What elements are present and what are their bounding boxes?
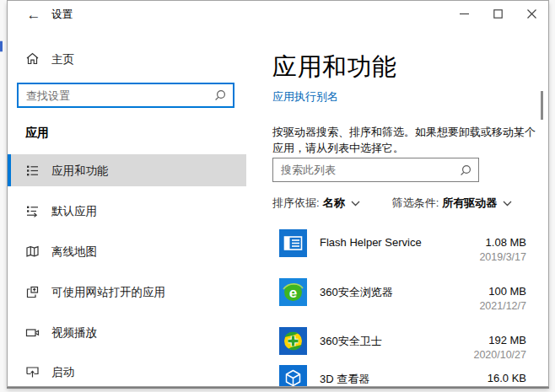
chevron-down-icon [351,201,360,207]
video-playback-icon [25,325,40,340]
page-title: 应用和功能 [272,51,397,84]
svg-text:e: e [289,285,297,301]
maximize-button[interactable] [481,1,515,26]
app-row-flash-helper-service[interactable]: Flash Helper Service 1.08 MB 2019/3/17 [272,219,526,268]
settings-search-box [17,83,234,108]
sidebar-item-offline-maps[interactable]: 离线地图 [8,235,246,267]
window-title: 设置 [51,8,73,22]
close-button[interactable] [515,1,548,26]
offline-maps-icon [25,244,40,259]
app-name: 360安全卫士 [320,334,382,349]
search-icon [214,89,226,101]
app-install-date: 2021/12/7 [479,300,526,312]
sidebar-item-apps-features[interactable]: 应用和功能 [8,154,246,186]
filter-by-dropdown[interactable]: 筛选条件: 所有驱动器 [392,196,513,211]
app-execution-aliases-link[interactable]: 应用执行别名 [272,89,338,105]
app-list-search-box [272,158,479,182]
360-browser-icon: e [279,278,307,306]
sidebar-item-label: 视频播放 [51,325,97,341]
filter-by-value: 所有驱动器 [442,196,497,211]
360-safeguard-icon [279,327,307,355]
startup-icon [25,365,40,379]
app-size: 192 MB [488,334,526,346]
filter-by-label: 筛选条件: [392,196,439,211]
app-name: 3D 查看器 [320,372,369,387]
settings-search-input[interactable] [19,84,233,106]
sidebar-item-apps-for-websites[interactable]: 可使用网站打开的应用 [8,276,246,308]
app-row-360-browser[interactable]: e 360安全浏览器 100 MB 2021/12/7 [272,268,526,317]
app-name: 360安全浏览器 [320,285,393,300]
app-size: 16.0 KB [488,372,526,384]
sidebar: 主页 应用 应用和功能 [8,35,246,386]
close-icon [527,9,536,19]
maximize-icon [493,9,503,19]
apps-for-websites-icon [25,285,40,299]
sort-filter-row: 排序依据: 名称 筛选条件: 所有驱动器 [272,196,512,211]
sidebar-section-header: 应用 [25,126,49,141]
sidebar-item-video-playback[interactable]: 视频播放 [8,316,246,348]
app-install-date: 2019/3/17 [479,251,526,263]
minimize-button[interactable] [447,1,481,26]
sidebar-item-label: 启动 [51,365,74,380]
3d-viewer-icon [279,365,307,387]
sort-by-label: 排序依据: [272,196,320,211]
app-row-3d-viewer[interactable]: 3D 查看器 Microsoft Corporation 16.0 KB 202… [272,355,526,387]
sidebar-item-default-apps[interactable]: 默认应用 [8,195,246,227]
sidebar-item-label: 离线地图 [51,244,97,260]
app-list-search-input[interactable] [273,158,478,181]
settings-window: ← 设置 主页 应用 [7,0,549,387]
minimize-icon [460,9,469,19]
apps-features-icon [25,164,40,178]
sidebar-home-label: 主页 [51,52,74,67]
titlebar: ← 设置 [8,1,548,35]
default-apps-icon [25,204,40,218]
chevron-down-icon [503,201,512,207]
scrollbar-thumb[interactable] [541,91,543,120]
app-size: 100 MB [488,285,526,298]
app-name: Flash Helper Service [320,236,422,249]
sidebar-item-label: 应用和功能 [51,164,109,179]
home-icon [25,51,40,66]
page-description: 按驱动器搜索、排序和筛选。如果想要卸载或移动某个应用，请从列表中选择它。 [272,124,544,156]
sidebar-item-label: 默认应用 [51,204,97,219]
sidebar-item-startup[interactable]: 启动 [8,356,246,387]
sidebar-item-label: 可使用网站打开的应用 [51,285,165,300]
app-size: 1.08 MB [486,236,526,249]
search-icon [460,164,471,176]
sidebar-item-home[interactable]: 主页 [8,45,246,73]
sort-by-value: 名称 [323,196,345,211]
flash-helper-service-icon [279,229,307,257]
background-window-sliver [0,40,3,52]
back-button[interactable]: ← [19,4,48,26]
sort-by-dropdown[interactable]: 排序依据: 名称 [272,196,360,211]
